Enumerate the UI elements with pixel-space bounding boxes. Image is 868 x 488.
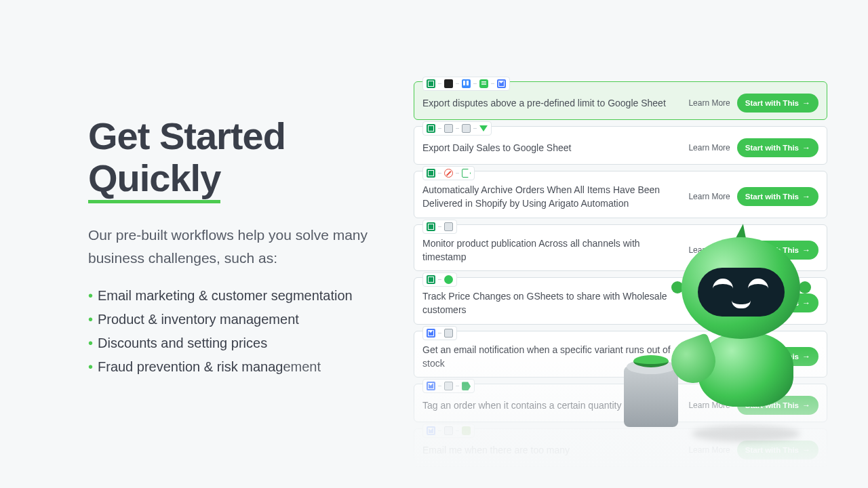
file-icon (462, 124, 471, 133)
workflow-card: ––Tag an order when it contains a certai… (414, 384, 827, 422)
learn-more-link[interactable]: Learn More (688, 352, 730, 361)
workflow-icon-row: – (422, 272, 457, 287)
feature-item: Product & inventory management (88, 308, 380, 331)
connector-dash: – (456, 383, 459, 389)
learn-more-link[interactable]: Learn More (688, 143, 730, 152)
down-icon (479, 125, 488, 131)
start-button-label: Start with This (745, 446, 799, 454)
workflow-title: Email me when there are too many (422, 443, 682, 457)
learn-more-link[interactable]: Learn More (688, 245, 730, 255)
file-icon (444, 382, 453, 390)
arrow-right-icon: → (802, 298, 810, 308)
start-with-this-button[interactable]: Start with This→ (737, 94, 818, 113)
workflow-title: Get an email notification when a specifi… (422, 343, 682, 371)
connector-dash: – (491, 81, 494, 87)
connector-dash: – (473, 81, 477, 87)
sms-icon (479, 79, 488, 88)
learn-more-link[interactable]: Learn More (688, 298, 730, 308)
connector-dash: – (473, 125, 477, 131)
start-with-this-button[interactable]: Start with This→ (737, 138, 818, 157)
workflow-card: –Get an email notification when a specif… (414, 331, 827, 378)
start-with-this-button[interactable]: Start with This→ (737, 241, 818, 260)
learn-more-link[interactable]: Learn More (688, 401, 730, 410)
workflow-icon-row: –– (422, 424, 475, 438)
arrow-right-icon: → (802, 401, 810, 410)
start-button-label: Start with This (745, 299, 799, 307)
workflow-icon-row: – (422, 326, 457, 340)
workflow-icon-row: ––– (422, 121, 492, 136)
workflow-icon-row: –– (422, 379, 475, 393)
arrow-right-icon: → (802, 192, 810, 201)
sheet-icon (427, 124, 435, 133)
connector-dash: – (456, 81, 459, 87)
workflow-title: Track Price Changes on GSheets to share … (422, 289, 682, 317)
feature-list: Email marketing & customer segmentation … (88, 284, 380, 379)
workflow-icon-row: – (422, 220, 457, 234)
file-icon (444, 222, 453, 231)
start-with-this-button[interactable]: Start with This→ (737, 347, 818, 366)
sheet-icon (427, 222, 435, 231)
feature-item: Discounts and setting prices (88, 331, 380, 355)
connector-dash: – (456, 125, 459, 131)
learn-more-link[interactable]: Learn More (688, 98, 730, 108)
learn-more-link[interactable]: Learn More (688, 445, 730, 455)
user-icon (444, 275, 453, 284)
heading-line-2: Quickly (88, 157, 220, 204)
workflow-title: Tag an order when it contains a certain … (422, 399, 682, 412)
subtitle: Our pre-built workflows help you solve m… (88, 224, 380, 269)
workflow-icon-row: –––– (422, 77, 510, 91)
heading-line-1: Get Started (88, 115, 285, 157)
black-icon (444, 79, 453, 88)
connector-dash: – (456, 170, 459, 176)
workflow-card: –Track Price Changes on GSheets to share… (414, 277, 827, 325)
workflow-title: Export Daily Sales to Google Sheet (422, 141, 682, 155)
mail-icon (497, 79, 506, 88)
connector-dash: – (438, 170, 441, 176)
arrow-right-icon: → (802, 245, 810, 255)
start-button-label: Start with This (745, 246, 799, 254)
connector-dash: – (438, 125, 441, 131)
connector-dash: – (438, 383, 441, 389)
mail-icon (427, 329, 435, 338)
workflow-title: Monitor product publication Across all c… (422, 237, 682, 264)
arrow-right-icon: → (802, 352, 810, 361)
start-button-label: Start with This (745, 192, 799, 201)
start-button-label: Start with This (745, 401, 799, 409)
workflow-card: ––Email me when there are too manyLearn … (414, 428, 827, 467)
block-icon (444, 169, 453, 178)
file-icon (444, 426, 453, 435)
connector-dash: – (438, 428, 441, 434)
tag-outline-icon (462, 169, 471, 178)
connector-dash: – (438, 330, 441, 336)
connector-dash: – (438, 277, 441, 283)
sheet-icon (427, 275, 435, 284)
workflow-title: Export disputes above a pre-defined limi… (422, 96, 682, 110)
workflow-icon-row: –– (422, 166, 475, 180)
mail-icon (427, 426, 435, 435)
sheet-icon (427, 79, 435, 88)
sheet-icon (427, 169, 435, 178)
workflow-card: ––Automatically Archive Orders When All … (414, 171, 827, 218)
workflow-list: ––––Export disputes above a pre-defined … (414, 81, 827, 467)
learn-more-link[interactable]: Learn More (688, 192, 730, 201)
tag-icon (462, 382, 471, 390)
start-with-this-button[interactable]: Start with This→ (737, 441, 818, 460)
start-with-this-button[interactable]: Start with This→ (737, 187, 818, 206)
start-with-this-button[interactable]: Start with This→ (737, 396, 818, 415)
workflow-card: –Monitor product publication Across all … (414, 224, 827, 272)
arrow-right-icon: → (802, 445, 810, 455)
start-button-label: Start with This (745, 352, 799, 361)
arrow-right-icon: → (802, 143, 810, 152)
trello-icon (462, 79, 471, 88)
connector-dash: – (438, 81, 441, 87)
file-icon (444, 329, 453, 338)
workflow-title: Automatically Archive Orders When All It… (422, 183, 682, 211)
arrow-right-icon: → (802, 98, 810, 108)
start-button-label: Start with This (745, 99, 799, 107)
workflow-card: ––––Export disputes above a pre-defined … (414, 81, 827, 120)
page-title: Get Started Quickly (88, 115, 380, 203)
mail-icon (427, 382, 435, 390)
feature-item: Email marketing & customer segmentation (88, 284, 380, 308)
start-with-this-button[interactable]: Start with This→ (737, 293, 818, 312)
feature-item: Fraud prevention & risk management (88, 355, 380, 379)
